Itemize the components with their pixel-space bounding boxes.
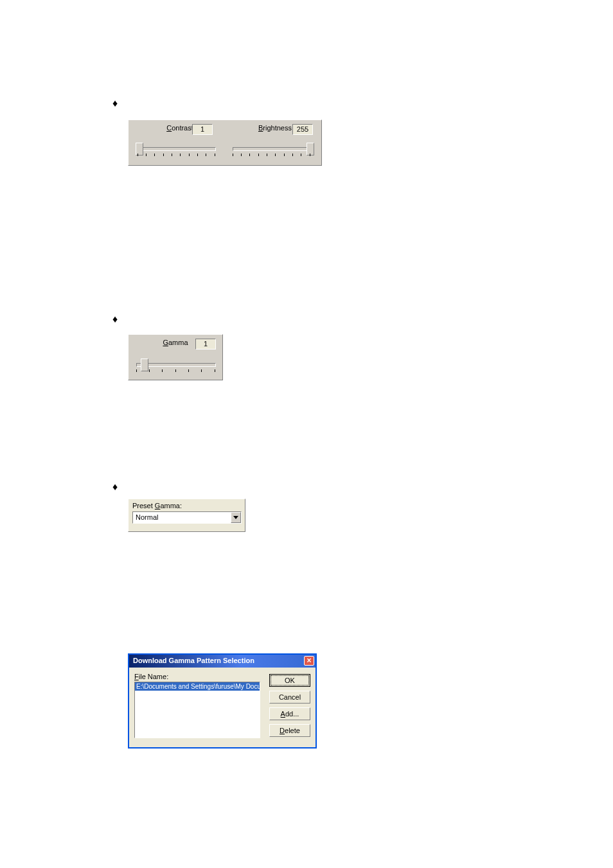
add-button[interactable]: Add... (269, 707, 310, 720)
download-gamma-dialog: Download Gamma Pattern Selection × File … (128, 653, 317, 748)
brightness-slider[interactable] (233, 147, 311, 151)
close-button[interactable]: × (304, 656, 314, 666)
contrast-brightness-panel: Contrast 1 Brightness 255 (128, 120, 322, 166)
gamma-value[interactable]: 1 (195, 339, 216, 350)
brightness-slider-thumb[interactable] (306, 143, 314, 155)
close-icon: × (306, 656, 311, 665)
dialog-title: Download Gamma Pattern Selection (133, 657, 254, 664)
contrast-slider-thumb[interactable] (136, 143, 143, 155)
contrast-value[interactable]: 1 (192, 124, 213, 135)
file-name-label: File Name: (134, 673, 168, 680)
brightness-value[interactable]: 255 (292, 124, 313, 135)
cancel-button[interactable]: Cancel (269, 691, 310, 704)
contrast-slider[interactable] (138, 147, 216, 151)
preset-gamma-label: Preset Gamma: (132, 502, 241, 509)
gamma-slider[interactable] (136, 363, 216, 367)
file-name-listbox[interactable]: E:\Documents and Settings\furuse\My Docu… (134, 682, 260, 738)
dropdown-arrow-icon[interactable] (231, 512, 241, 523)
bullet-icon: ♦ (112, 314, 118, 324)
gamma-slider-thumb[interactable] (141, 359, 148, 371)
dialog-titlebar: Download Gamma Pattern Selection × (129, 655, 315, 668)
preset-gamma-combo[interactable]: Normal (132, 511, 242, 524)
bullet-icon: ♦ (112, 98, 118, 109)
preset-gamma-panel: Preset Gamma: Normal (128, 499, 245, 532)
gamma-panel: Gamma 1 (128, 334, 223, 380)
delete-button[interactable]: Delete (269, 724, 310, 737)
preset-gamma-selected: Normal (136, 513, 158, 521)
list-item[interactable]: E:\Documents and Settings\furuse\My Docu… (135, 682, 260, 691)
ok-button[interactable]: OK (269, 674, 310, 687)
bullet-icon: ♦ (112, 482, 118, 492)
